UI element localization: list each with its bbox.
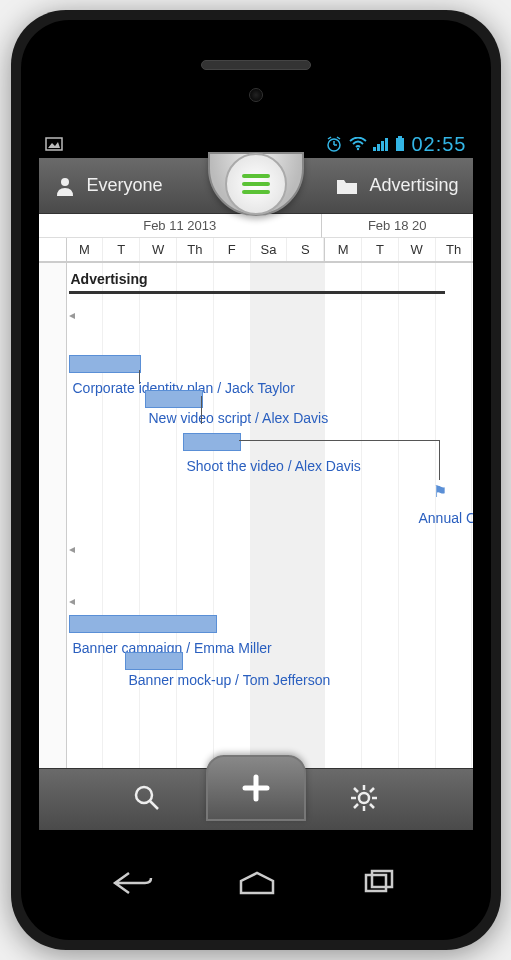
center-menu-button[interactable]	[208, 152, 304, 216]
gantt-row: ◂	[39, 534, 473, 560]
phone-inner: 02:55 Everyone	[21, 20, 491, 940]
week1-label: Feb 11 2013	[39, 214, 321, 238]
home-button[interactable]	[235, 869, 279, 901]
svg-line-16	[150, 801, 158, 809]
task-label[interactable]: Annual Con	[419, 510, 473, 526]
flag-icon: ⚑	[433, 482, 447, 501]
day-col: T	[362, 238, 399, 261]
svg-rect-13	[398, 136, 402, 138]
collapse-icon[interactable]: ◂	[69, 542, 75, 556]
day-labels-row: M T W Th F Sa S M T W Th	[39, 238, 473, 262]
search-button[interactable]	[132, 783, 162, 817]
day-gutter	[39, 238, 67, 261]
gantt-row	[39, 352, 473, 378]
phone-frame: 02:55 Everyone	[11, 10, 501, 950]
day-col: W	[399, 238, 436, 261]
gantt-row: ⚑	[39, 482, 473, 508]
day-col: T	[103, 238, 140, 261]
svg-rect-10	[381, 141, 384, 151]
gantt-row	[39, 560, 473, 586]
phone-speaker	[201, 60, 311, 70]
day-col: S	[287, 238, 324, 261]
connector-line	[139, 370, 140, 384]
battery-icon	[395, 136, 405, 152]
collapse-icon[interactable]: ◂	[69, 594, 75, 608]
day-col: Th	[177, 238, 214, 261]
task-label[interactable]: Banner mock-up / Tom Jefferson	[129, 672, 331, 688]
gantt-row: ◂	[39, 586, 473, 612]
android-nav-bar	[71, 860, 441, 910]
day-col: F	[214, 238, 251, 261]
svg-line-5	[328, 137, 331, 139]
task-bar[interactable]	[69, 355, 141, 373]
svg-line-25	[370, 804, 374, 808]
gantt-row: Shoot the video / Alex Davis	[39, 456, 473, 482]
task-label[interactable]: Shoot the video / Alex Davis	[187, 458, 361, 474]
svg-line-27	[370, 788, 374, 792]
header-right-label: Advertising	[369, 175, 458, 196]
svg-rect-29	[372, 871, 392, 887]
gantt-row: Corporate identity plan / Jack Taylor	[39, 378, 473, 404]
gear-icon	[349, 783, 379, 813]
section-title: Advertising	[39, 269, 473, 289]
gantt-row: Banner campaign / Emma Miller	[39, 638, 473, 664]
collapse-icon[interactable]: ◂	[69, 308, 75, 322]
gantt-chart[interactable]: Advertising ◂ Corporate identity plan / …	[39, 263, 473, 768]
app-header: Everyone Advertising	[39, 158, 473, 214]
svg-marker-1	[48, 142, 60, 148]
gantt-row: Annual Con	[39, 508, 473, 534]
day-col: Sa	[251, 238, 288, 261]
person-icon	[53, 174, 77, 198]
header-left-label: Everyone	[87, 175, 163, 196]
gantt-row: New video script / Alex Davis	[39, 404, 473, 430]
day-col: M	[324, 238, 362, 261]
alarm-icon	[325, 135, 343, 153]
svg-line-6	[337, 137, 340, 139]
task-bar[interactable]	[145, 390, 203, 408]
week2-label: Feb 18 20	[321, 214, 473, 238]
svg-rect-8	[373, 147, 376, 151]
connector-line	[239, 440, 439, 441]
svg-rect-11	[385, 138, 388, 151]
svg-point-14	[61, 178, 69, 186]
task-bar[interactable]	[69, 615, 217, 633]
timeline-header: Feb 11 2013 Feb 18 20 M T W Th F Sa S M …	[39, 214, 473, 263]
wifi-icon	[349, 137, 367, 151]
svg-rect-9	[377, 144, 380, 151]
task-bar[interactable]	[125, 652, 183, 670]
bottom-toolbar	[39, 768, 473, 830]
status-time: 02:55	[411, 133, 466, 156]
day-col: M	[67, 238, 104, 261]
status-left	[45, 137, 63, 151]
svg-point-7	[357, 148, 359, 150]
day-col: Th	[436, 238, 473, 261]
connector-line	[201, 396, 202, 424]
task-label[interactable]: New video script / Alex Davis	[149, 410, 329, 426]
svg-point-15	[136, 787, 152, 803]
gantt-row	[39, 326, 473, 352]
folder-icon	[335, 176, 359, 196]
hamburger-icon	[225, 153, 287, 215]
day-col: W	[140, 238, 177, 261]
settings-button[interactable]	[349, 783, 379, 817]
svg-point-19	[359, 793, 369, 803]
section-underline	[69, 291, 445, 294]
svg-line-26	[354, 804, 358, 808]
signal-icon	[373, 137, 389, 151]
plus-icon	[239, 771, 273, 805]
svg-rect-0	[46, 138, 62, 150]
phone-camera	[249, 88, 263, 102]
add-button[interactable]	[206, 755, 306, 821]
image-icon	[45, 137, 63, 151]
gantt-row	[39, 430, 473, 456]
svg-line-24	[354, 788, 358, 792]
app-screen: 02:55 Everyone	[39, 130, 473, 830]
task-bar[interactable]	[183, 433, 241, 451]
recent-apps-button[interactable]	[360, 869, 400, 901]
week-dates-row: Feb 11 2013 Feb 18 20	[39, 214, 473, 238]
gantt-row: ◂	[39, 300, 473, 326]
gantt-content: Advertising ◂ Corporate identity plan / …	[39, 263, 473, 768]
gantt-row: Banner mock-up / Tom Jefferson	[39, 664, 473, 690]
svg-rect-28	[366, 875, 386, 891]
back-button[interactable]	[111, 869, 155, 901]
